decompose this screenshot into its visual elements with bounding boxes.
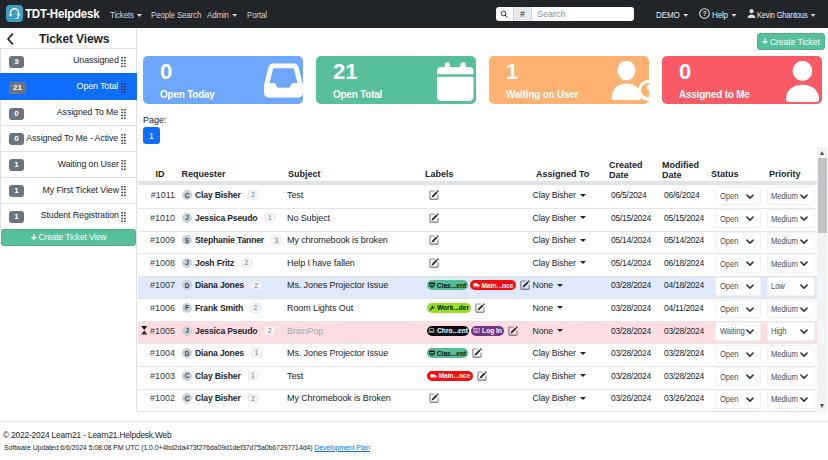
svg-text:?: ? [702,10,706,17]
